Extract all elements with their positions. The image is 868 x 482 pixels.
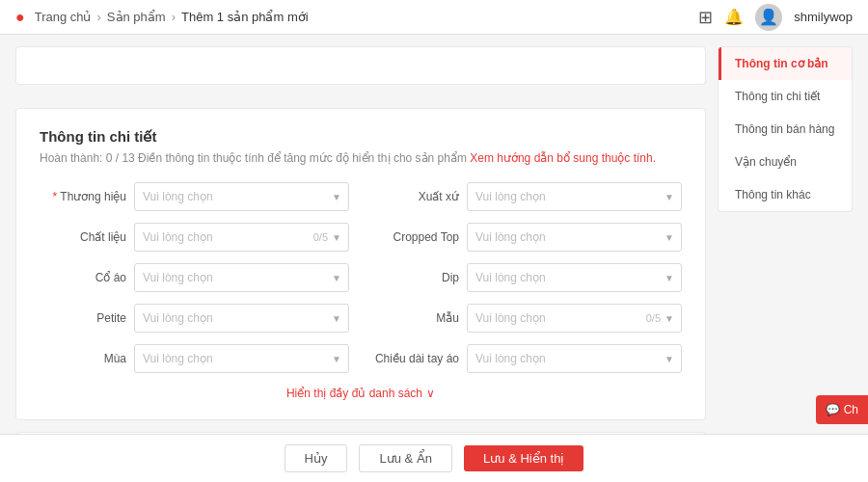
- bell-icon[interactable]: 🔔: [724, 8, 744, 26]
- select-chat-lieu-wrapper: Vui lòng chọn 0/5 ▼: [134, 223, 349, 252]
- chat-icon: 💬: [826, 403, 840, 416]
- select-cropped-top[interactable]: Vui lòng chọn: [467, 223, 682, 252]
- subtitle-link[interactable]: Xem hướng dẫn bổ sung thuộc tính.: [470, 151, 656, 165]
- select-dip[interactable]: Vui lòng chọn: [467, 263, 682, 292]
- sidebar-label-khac: Thông tin khác: [735, 188, 811, 201]
- chevron-down-icon: ∨: [426, 387, 435, 400]
- detail-card-title: Thông tin chi tiết: [40, 128, 682, 146]
- chat-label: Ch: [844, 403, 858, 416]
- save-hide-button[interactable]: Lưu & Ẩn: [359, 444, 452, 472]
- sidebar-item-chi-tiet[interactable]: Thông tin chi tiết: [719, 80, 852, 113]
- select-cropped-top-wrapper: Vui lòng chọn ▼: [467, 223, 682, 252]
- select-chat-lieu[interactable]: Vui lòng chọn: [134, 223, 349, 252]
- label-mua: Mùa: [40, 352, 126, 365]
- field-xuat-xu: Xuất xứ Vui lòng chọn ▼: [372, 182, 682, 211]
- show-more-button[interactable]: Hiển thị đầy đủ danh sách ∨: [40, 387, 682, 400]
- label-dip: Dip: [372, 271, 459, 284]
- field-dip: Dip Vui lòng chọn ▼: [372, 263, 682, 292]
- sidebar-item-ban-hang[interactable]: Thông tin bán hàng: [719, 113, 852, 146]
- breadcrumb-sep1: ›: [97, 10, 101, 24]
- select-dip-wrapper: Vui lòng chọn ▼: [467, 263, 682, 292]
- username-label[interactable]: shmilywop: [794, 10, 853, 24]
- select-co-ao[interactable]: Vui lòng chọn: [134, 263, 349, 292]
- select-co-ao-wrapper: Vui lòng chọn ▼: [134, 263, 349, 292]
- field-chat-lieu: Chất liệu Vui lòng chọn 0/5 ▼: [40, 223, 349, 252]
- sidebar-label-ban-hang: Thông tin bán hàng: [735, 122, 834, 136]
- field-mua: Mùa Vui lòng chọn ▼: [40, 344, 349, 373]
- cancel-button[interactable]: Hủy: [285, 444, 348, 472]
- save-show-button[interactable]: Lưu & Hiển thị: [464, 445, 583, 471]
- sidebar-label-van-chuyen: Vận chuyển: [735, 155, 797, 169]
- select-chieu-dai-tay-ao[interactable]: Vui lòng chọn: [467, 344, 682, 373]
- scrolled-section: [15, 46, 706, 85]
- select-petite-wrapper: Vui lòng chọn ▼: [134, 304, 349, 333]
- select-xuat-xu[interactable]: Vui lòng chọn: [467, 182, 682, 211]
- select-xuat-xu-wrapper: Vui lòng chọn ▼: [467, 182, 682, 211]
- breadcrumb-home[interactable]: Trang chủ: [35, 10, 92, 24]
- grid-icon[interactable]: ⊞: [698, 7, 713, 28]
- sidebar-label-co-ban: Thông tin cơ bản: [735, 57, 828, 70]
- label-mau: Mẫu: [372, 311, 459, 325]
- breadcrumb-sep2: ›: [172, 10, 176, 24]
- label-xuat-xu: Xuất xứ: [372, 190, 459, 203]
- breadcrumb-products[interactable]: Sản phẩm: [107, 10, 166, 24]
- breadcrumb: ● Trang chủ › Sản phẩm › Thêm 1 sản phẩm…: [15, 9, 309, 26]
- label-thuong-hieu: Thương hiệu: [40, 190, 126, 203]
- label-cropped-top: Cropped Top: [372, 230, 459, 244]
- bottom-bar: Hủy Lưu & Ẩn Lưu & Hiển thị: [0, 434, 868, 482]
- select-mua[interactable]: Vui lòng chọn: [134, 344, 349, 373]
- field-petite: Petite Vui lòng chọn ▼: [40, 304, 349, 333]
- main-content: Thông tin chi tiết Hoàn thành: 0 / 13 Đi…: [15, 46, 706, 482]
- detail-card: Thông tin chi tiết Hoàn thành: 0 / 13 Đi…: [15, 108, 706, 420]
- select-mua-wrapper: Vui lòng chọn ▼: [134, 344, 349, 373]
- sidebar-item-co-ban[interactable]: Thông tin cơ bản: [719, 47, 852, 80]
- form-grid: Thương hiệu Vui lòng chọn ▼ Xuất xứ Vui …: [40, 182, 682, 373]
- top-right-actions: ⊞ 🔔 👤 shmilywop: [698, 4, 853, 31]
- select-mau-wrapper: Vui lòng chọn 0/5 ▼: [467, 304, 682, 333]
- top-bar: ● Trang chủ › Sản phẩm › Thêm 1 sản phẩm…: [0, 0, 868, 35]
- field-co-ao: Cổ áo Vui lòng chọn ▼: [40, 263, 349, 292]
- page-container: Thông tin chi tiết Hoàn thành: 0 / 13 Đi…: [0, 35, 868, 482]
- select-mau[interactable]: Vui lòng chọn: [467, 304, 682, 333]
- label-co-ao: Cổ áo: [40, 271, 126, 284]
- breadcrumb-current: Thêm 1 sản phẩm mới: [181, 10, 309, 24]
- detail-card-subtitle: Hoàn thành: 0 / 13 Điền thông tin thuộc …: [40, 151, 682, 165]
- chat-bubble[interactable]: 💬 Ch: [816, 395, 868, 424]
- select-thuong-hieu-wrapper: Vui lòng chọn ▼: [134, 182, 349, 211]
- avatar[interactable]: 👤: [755, 4, 782, 31]
- sidebar-label-chi-tiet: Thông tin chi tiết: [735, 90, 820, 103]
- avatar-icon: 👤: [759, 8, 778, 26]
- field-chieu-dai-tay-ao: Chiều dài tay áo Vui lòng chọn ▼: [372, 344, 682, 373]
- select-petite[interactable]: Vui lòng chọn: [134, 304, 349, 333]
- field-thuong-hieu: Thương hiệu Vui lòng chọn ▼: [40, 182, 349, 211]
- label-chat-lieu: Chất liệu: [40, 230, 126, 244]
- sidebar-item-khac[interactable]: Thông tin khác: [719, 178, 852, 211]
- select-chieu-dai-tay-ao-wrapper: Vui lòng chọn ▼: [467, 344, 682, 373]
- field-mau: Mẫu Vui lòng chọn 0/5 ▼: [372, 304, 682, 333]
- logo-icon: ●: [15, 9, 25, 26]
- label-petite: Petite: [40, 311, 126, 325]
- sidebar-nav: Thông tin cơ bản Thông tin chi tiết Thôn…: [718, 46, 853, 212]
- field-cropped-top: Cropped Top Vui lòng chọn ▼: [372, 223, 682, 252]
- label-chieu-dai-tay-ao: Chiều dài tay áo: [372, 352, 459, 365]
- select-thuong-hieu[interactable]: Vui lòng chọn: [134, 182, 349, 211]
- subtitle-text: Hoàn thành: 0 / 13 Điền thông tin thuộc …: [40, 151, 467, 165]
- show-more-label: Hiển thị đầy đủ danh sách: [286, 387, 422, 400]
- sidebar-item-van-chuyen[interactable]: Vận chuyển: [719, 146, 852, 178]
